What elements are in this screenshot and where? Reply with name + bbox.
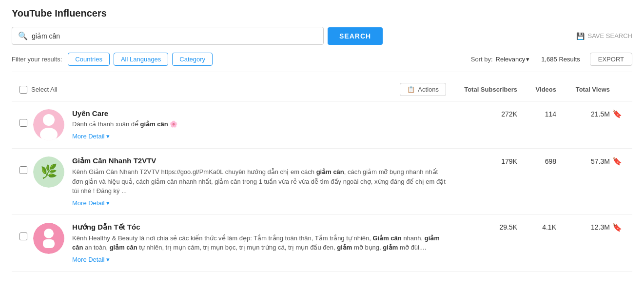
col-header-views: Total Views xyxy=(556,86,610,93)
filter-category-button[interactable]: Category xyxy=(172,53,213,66)
stat-views: 21.5M xyxy=(556,110,610,118)
stat-subscribers: 179K xyxy=(454,157,517,165)
influencer-name: Giảm Cân Nhanh T2VTV xyxy=(72,156,446,165)
chevron-down-icon: ▾ xyxy=(106,256,110,263)
stat-views: 12.3M xyxy=(556,223,610,231)
chevron-down-icon: ▾ xyxy=(526,56,529,63)
col-header-videos: Videos xyxy=(517,86,556,93)
search-button[interactable]: SEARCH xyxy=(328,27,383,45)
sort-label: Sort by: xyxy=(471,56,493,63)
page-title: YouTube Influencers xyxy=(12,8,632,19)
filter-label: Filter your results: xyxy=(12,56,62,63)
influencer-name: Hướng Dẫn Tết Tóc xyxy=(72,223,446,232)
save-search-label: SAVE SEARCH xyxy=(587,32,632,39)
svg-point-1 xyxy=(43,114,55,126)
chevron-down-icon: ▾ xyxy=(106,133,110,140)
search-icon: 🔍 xyxy=(18,31,28,40)
row-stats: 179K 698 57.3M 🔖 xyxy=(446,156,624,166)
more-detail-button[interactable]: More Detail ▾ xyxy=(72,133,110,140)
row-checkbox[interactable] xyxy=(20,166,27,174)
influencer-list: Uyên Care Dành cả thanh xuân để giảm cân… xyxy=(12,101,632,272)
avatar: 🌿 xyxy=(33,156,64,188)
stat-videos: 114 xyxy=(517,110,556,118)
sort-wrapper: Sort by: Relevancy ▾ xyxy=(471,56,530,63)
stat-videos: 4.1K xyxy=(517,223,556,231)
search-bar: 🔍 SEARCH 💾 SAVE SEARCH xyxy=(12,27,632,45)
export-button[interactable]: EXPORT xyxy=(590,53,632,66)
row-stats: 272K 114 21.5M 🔖 xyxy=(446,109,624,118)
select-all-label: Select All xyxy=(31,86,57,93)
table-row: Uyên Care Dành cả thanh xuân để giảm cân… xyxy=(12,101,632,149)
svg-point-6 xyxy=(44,229,54,238)
stat-subscribers: 29.5K xyxy=(454,223,517,231)
bookmark-icon[interactable]: 🔖 xyxy=(610,109,624,118)
table-row: Hướng Dẫn Tết Tóc Kênh Healthy & Beauty … xyxy=(12,215,632,272)
influencer-info: Uyên Care Dành cả thanh xuân để giảm cân… xyxy=(72,109,446,140)
influencer-desc: Kênh Healthy & Beauty là nơi chia sẻ các… xyxy=(72,233,446,252)
more-detail-button[interactable]: More Detail ▾ xyxy=(72,256,110,263)
svg-rect-7 xyxy=(43,239,55,248)
stat-views: 57.3M xyxy=(556,157,610,165)
actions-button[interactable]: 📋 Actions xyxy=(400,83,446,96)
table-row: 🌿 Giảm Cân Nhanh T2VTV Kênh Giảm Cân Nha… xyxy=(12,149,632,215)
bookmark-icon[interactable]: 🔖 xyxy=(610,156,624,166)
sort-value-button[interactable]: Relevancy ▾ xyxy=(496,56,530,63)
row-checkbox[interactable] xyxy=(20,119,27,127)
search-input[interactable] xyxy=(32,32,317,40)
avatar xyxy=(33,223,64,254)
actions-icon: 📋 xyxy=(407,86,415,93)
influencer-desc: Kênh Giảm Cân Nhanh T2VTV https://goo.gl… xyxy=(72,167,446,196)
save-icon: 💾 xyxy=(576,32,585,40)
influencer-desc: Dành cả thanh xuân để giảm cân 🌸 xyxy=(72,119,446,129)
results-count: 1,685 Results xyxy=(541,56,580,63)
bookmark-icon[interactable]: 🔖 xyxy=(610,223,624,232)
filter-languages-button[interactable]: All Languages xyxy=(114,53,168,66)
row-stats: 29.5K 4.1K 12.3M 🔖 xyxy=(446,223,624,232)
actions-label: Actions xyxy=(418,86,439,93)
stat-videos: 698 xyxy=(517,157,556,165)
search-input-wrapper: 🔍 xyxy=(12,27,324,45)
save-search-button[interactable]: 💾 SAVE SEARCH xyxy=(576,32,632,40)
chevron-down-icon: ▾ xyxy=(106,199,110,207)
svg-text:🌿: 🌿 xyxy=(40,163,58,179)
select-all-checkbox[interactable] xyxy=(20,86,27,94)
col-header-subscribers: Total Subscribers xyxy=(454,86,517,93)
table-header: Select All 📋 Actions Total Subscribers V… xyxy=(12,78,632,101)
stat-subscribers: 272K xyxy=(454,110,517,118)
filter-bar: Filter your results: Countries All Langu… xyxy=(12,53,632,72)
more-detail-button[interactable]: More Detail ▾ xyxy=(72,199,110,207)
avatar xyxy=(33,109,64,140)
influencer-name: Uyên Care xyxy=(72,109,446,117)
influencer-info: Hướng Dẫn Tết Tóc Kênh Healthy & Beauty … xyxy=(72,223,446,263)
influencer-info: Giảm Cân Nhanh T2VTV Kênh Giảm Cân Nhanh… xyxy=(72,156,446,207)
row-checkbox[interactable] xyxy=(20,233,27,240)
filter-countries-button[interactable]: Countries xyxy=(68,53,110,66)
